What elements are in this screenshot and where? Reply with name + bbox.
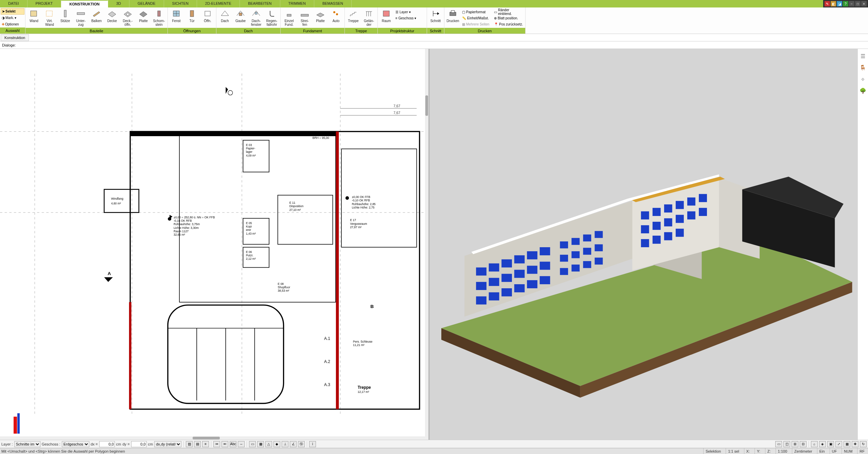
app-icon-3[interactable]: ◪ (837, 1, 842, 6)
optionen-button[interactable]: ✚Optionen (1, 21, 24, 28)
deckoeffn-button[interactable]: Deck.-öffn. (120, 8, 136, 28)
group-schnitt-label: Schnitt (427, 28, 444, 34)
decke-button[interactable]: Decke (104, 8, 120, 28)
furniture-icon[interactable]: 🪑 (859, 64, 867, 71)
refresh-icon[interactable]: ↻ (860, 441, 867, 447)
maximize-icon[interactable]: □ (855, 1, 861, 6)
raum-button[interactable]: Raum (378, 8, 394, 28)
app-icon-2[interactable]: ◧ (831, 1, 836, 6)
tuer-button[interactable]: Tür (184, 8, 200, 28)
pos-reset-button[interactable]: 📍Pos zurücksetz. (493, 21, 524, 27)
regenrohr-button[interactable]: Regen-fallrohr (264, 8, 280, 28)
iso-icon[interactable]: ◈ (819, 441, 826, 447)
view-3-icon[interactable]: ⊞ (792, 441, 798, 447)
platte-fund-button[interactable]: Platte (313, 8, 328, 28)
pan-icon[interactable]: ✥ (852, 441, 858, 447)
tab-gelaende[interactable]: GELÄNDE (129, 0, 164, 7)
einheit-button[interactable]: 📏Einheit/Maßst. (461, 15, 492, 21)
3d-view[interactable] (430, 49, 858, 440)
view-4-icon[interactable]: ⊟ (800, 441, 807, 447)
angle-icon[interactable]: ∠ (290, 441, 297, 447)
close-icon[interactable]: × (861, 1, 867, 6)
help-icon[interactable]: ? (843, 1, 848, 6)
blatt-pos-button[interactable]: ⊕Blatt position. (493, 15, 524, 21)
beam-icon (76, 9, 86, 18)
geschoss-select[interactable]: Erdgeschos (62, 441, 89, 447)
align-center-icon[interactable]: ≕ (222, 441, 228, 447)
einzel-fund-button[interactable]: EinzelFund. (281, 8, 297, 28)
tab-konstruktion[interactable]: KONSTRUKTION (61, 0, 108, 7)
2d-view[interactable]: Windfang 4,60 m² E 03 Papier- lager 4,09… (0, 49, 430, 440)
dormer-icon (235, 9, 246, 18)
oeffnung-button[interactable]: Öffn. (200, 8, 215, 28)
hatch-2-icon[interactable]: ▤ (194, 441, 201, 447)
rel-select[interactable]: dx,dy (relativ ka (154, 441, 181, 447)
tab-sichten[interactable]: SICHTEN (164, 0, 197, 7)
zoom-view-icon[interactable]: ▦ (844, 441, 850, 447)
dachfenster-button[interactable]: Dach-fenster (248, 8, 264, 28)
geschoss-button[interactable]: ≡Geschoss ▾ (395, 15, 425, 21)
tree-icon[interactable]: 🌳 (859, 87, 867, 94)
tab-datei[interactable]: DATEI (0, 0, 28, 7)
hatch-1-icon[interactable]: ▨ (186, 441, 193, 447)
virt-wand-button[interactable]: Virt.Wand (42, 8, 57, 28)
schornstein-button[interactable]: Schorn-stein (151, 8, 167, 28)
tab-2d-elemente[interactable]: 2D-ELEMENTE (197, 0, 240, 7)
drucken-button[interactable]: Drucken (445, 8, 461, 28)
layer-button[interactable]: ☰Layer ▾ (395, 9, 425, 15)
fenster-button[interactable]: Fenst (169, 8, 184, 28)
snap-icon[interactable]: ◆ (273, 441, 280, 447)
persp-icon[interactable]: ▣ (827, 441, 834, 447)
papierformat-button[interactable]: ▢Papierformat (461, 9, 492, 15)
document-tab[interactable]: Konstruktion (1, 34, 29, 41)
info-icon[interactable]: i (309, 441, 316, 447)
mirror-icon[interactable]: △ (265, 441, 272, 447)
zoom-fit-icon[interactable]: ⤢ (835, 441, 842, 447)
layer-select[interactable]: Schnitte im (14, 441, 40, 447)
gelaender-button[interactable]: Gelän-der (361, 8, 377, 28)
tab-trimmen[interactable]: TRIMMEN (280, 0, 314, 7)
navigate-icon[interactable]: ⟐ (859, 75, 867, 83)
dy-input[interactable] (131, 441, 147, 447)
app-icon[interactable]: ✎ (825, 1, 830, 6)
mehrere-seiten-button[interactable]: ▦Mehrere Seiten (461, 21, 492, 27)
dim-icon[interactable]: ↔ (238, 441, 245, 447)
streifen-fund-button[interactable]: Strei-fen (297, 8, 313, 28)
gaube-button[interactable]: Gaube (233, 8, 248, 28)
layers-panel-icon[interactable]: ☰ (859, 52, 867, 60)
platte-button[interactable]: Platte (136, 8, 151, 28)
n-icon[interactable]: Ⓝ (298, 441, 305, 447)
schnitt-button[interactable]: Schnitt (428, 8, 443, 28)
minimize-icon[interactable]: − (849, 1, 854, 6)
tab-bemassen[interactable]: BEMASSEN (314, 0, 352, 7)
svg-rect-130 (699, 194, 707, 202)
unterzug-button[interactable]: Unter-zug (73, 8, 89, 28)
raender-button[interactable]: ▭Ränder einblend. (493, 9, 524, 15)
align-left-icon[interactable]: ≔ (213, 441, 220, 447)
dx-input[interactable] (99, 441, 115, 447)
wand-button[interactable]: Wand (26, 8, 42, 28)
ortho-icon[interactable]: ⊥ (282, 441, 288, 447)
status-z: Z: (765, 448, 773, 454)
2d-vscroll[interactable] (425, 49, 428, 436)
camera-icon[interactable]: ⌂ (811, 441, 818, 447)
rect-icon[interactable]: ▭ (249, 441, 256, 447)
tab-projekt[interactable]: PROJEKT (28, 0, 61, 7)
dach-button[interactable]: Dach (217, 8, 233, 28)
mark-button[interactable]: ◑Mark. ▾ (1, 15, 24, 21)
auto-fund-button[interactable]: Auto (328, 8, 344, 28)
selekt-button[interactable]: ➤Selekt (1, 8, 24, 15)
view-1-icon[interactable]: ▭ (775, 441, 782, 447)
2d-hscroll[interactable] (0, 436, 428, 440)
tab-3d[interactable]: 3D (108, 0, 129, 7)
text-icon[interactable]: Abc (230, 441, 236, 447)
grid-icon[interactable]: ▦ (257, 441, 264, 447)
svg-text:Pers. Schleuse: Pers. Schleuse (353, 340, 372, 343)
treppe-button[interactable]: Treppe (346, 8, 361, 28)
svg-point-74 (346, 196, 349, 200)
hatch-3-icon[interactable]: ≡ (202, 441, 209, 447)
tab-bearbeiten[interactable]: BEARBEITEN (240, 0, 280, 7)
view-2-icon[interactable]: ◫ (783, 441, 790, 447)
stuetze-button[interactable]: Stütze (57, 8, 73, 28)
balken-button[interactable]: Balken (89, 8, 104, 28)
